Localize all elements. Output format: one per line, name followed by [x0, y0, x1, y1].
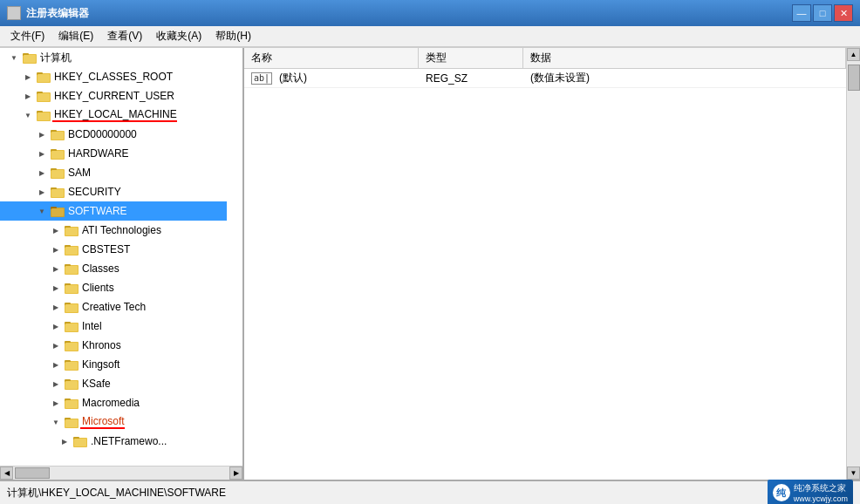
window-controls[interactable]: — □ ✕ — [792, 4, 853, 22]
h-scroll-right[interactable]: ▶ — [229, 467, 242, 480]
tree-node-local-machine[interactable]: HKEY_LOCAL_MACHINE — [0, 106, 227, 125]
folder-icon-classes-root — [37, 71, 51, 83]
expander-intel — [49, 319, 63, 333]
svg-rect-41 — [65, 304, 78, 312]
label-sam: SAM — [66, 167, 91, 179]
folder-icon-khronos — [65, 339, 78, 351]
menu-favorites[interactable]: 收藏夹(A) — [149, 27, 208, 45]
tree-node-cbstest[interactable]: CBSTEST — [0, 240, 227, 259]
close-button[interactable]: ✕ — [834, 4, 853, 22]
reg-type-icon: ab| — [251, 72, 272, 85]
table-header: 名称 类型 数据 — [244, 48, 846, 69]
cell-name: ab| (默认) — [244, 69, 419, 87]
expander-classes-root — [21, 70, 35, 84]
svg-rect-23 — [51, 189, 64, 197]
tree-node-bcd[interactable]: BCD00000000 — [0, 125, 227, 144]
expander-khronos — [49, 338, 63, 352]
svg-rect-2 — [24, 55, 36, 63]
tree-node-kingsoft[interactable]: Kingsoft — [0, 355, 227, 374]
v-scroll-up[interactable]: ▲ — [847, 48, 860, 61]
expander-kingsoft — [49, 358, 63, 371]
label-classes: Classes — [80, 262, 119, 275]
h-scroll-track[interactable] — [13, 467, 229, 480]
minimize-button[interactable]: — — [792, 4, 811, 22]
v-scrollbar[interactable]: ▲ ▼ — [846, 48, 860, 480]
folder-icon-software — [51, 205, 65, 217]
tree-node-hardware[interactable]: HARDWARE — [0, 144, 227, 163]
label-hardware: HARDWARE — [66, 147, 129, 160]
folder-icon-classes — [65, 262, 78, 275]
menu-file[interactable]: 文件(F) — [3, 27, 51, 45]
cell-name-text: (默认) — [279, 71, 307, 85]
v-scroll-track[interactable] — [847, 61, 860, 467]
label-security: SECURITY — [66, 186, 121, 198]
v-scroll-down[interactable]: ▼ — [847, 467, 860, 480]
expander-hardware — [35, 146, 49, 160]
cell-type: REG_SZ — [419, 69, 523, 87]
tree-node-classes[interactable]: Classes — [0, 259, 227, 278]
tree-scroll[interactable]: 计算机 HKEY_CLASSES_ROOT HKEY_CURRE — [0, 48, 242, 466]
v-scroll-thumb[interactable] — [848, 65, 860, 91]
tree-node-netframework[interactable]: .NETFramewo... — [0, 432, 227, 451]
tree-node-security[interactable]: SECURITY — [0, 182, 227, 201]
watermark-url: www.ycwjy.com — [794, 494, 848, 503]
label-khronos: Khronos — [80, 339, 121, 351]
tree-node-classes-root[interactable]: HKEY_CLASSES_ROOT — [0, 67, 227, 86]
svg-rect-56 — [65, 400, 78, 408]
label-computer: 计算机 — [38, 51, 72, 65]
folder-icon-security — [51, 186, 65, 198]
tree-panel: 计算机 HKEY_CLASSES_ROOT HKEY_CURRE — [0, 48, 244, 480]
col-header-type: 类型 — [419, 48, 523, 68]
tree-node-microsoft[interactable]: Microsoft — [0, 412, 227, 432]
folder-icon-cbstest — [65, 243, 78, 255]
svg-rect-59 — [65, 419, 78, 427]
folder-icon-ati — [65, 224, 78, 236]
expander-ksafe — [49, 377, 63, 391]
folder-icon-clients — [65, 282, 78, 294]
label-ati: ATI Technologies — [80, 224, 161, 236]
menu-help[interactable]: 帮助(H) — [208, 27, 258, 45]
folder-icon-computer — [23, 51, 37, 64]
label-microsoft: Microsoft — [80, 415, 125, 429]
watermark-text: 纯净系统之家 www.ycwjy.com — [794, 482, 848, 503]
menu-edit[interactable]: 编辑(E) — [51, 27, 100, 45]
folder-icon-creativetech — [65, 301, 78, 313]
svg-rect-50 — [65, 362, 78, 370]
tree-node-computer[interactable]: 计算机 — [0, 48, 227, 67]
maximize-button[interactable]: □ — [813, 4, 832, 22]
folder-icon-sam — [51, 167, 65, 179]
table-row[interactable]: ab| (默认) REG_SZ (数值未设置) — [244, 69, 846, 88]
tree-node-software[interactable]: SOFTWARE — [0, 201, 227, 221]
h-scroll-thumb[interactable] — [15, 467, 50, 479]
label-local-machine: HKEY_LOCAL_MACHINE — [52, 108, 177, 122]
tree-node-ati[interactable]: ATI Technologies — [0, 221, 227, 240]
tree-h-scrollbar[interactable]: ◀ ▶ — [0, 466, 242, 480]
h-scroll-left[interactable]: ◀ — [0, 467, 13, 480]
window-title: 注册表编辑器 — [26, 6, 89, 21]
tree-node-macromedia[interactable]: Macromedia — [0, 393, 227, 412]
cell-data: (数值未设置) — [523, 69, 846, 87]
tree-node-current-user[interactable]: HKEY_CURRENT_USER — [0, 86, 227, 106]
expander-software — [35, 204, 49, 218]
app-icon — [7, 6, 21, 20]
folder-icon-bcd — [51, 128, 65, 140]
tree-node-clients[interactable]: Clients — [0, 278, 227, 297]
title-bar-left: 注册表编辑器 — [7, 6, 89, 21]
tree-node-sam[interactable]: SAM — [0, 163, 227, 182]
svg-rect-20 — [51, 170, 64, 178]
expander-sam — [35, 166, 49, 180]
label-clients: Clients — [80, 282, 114, 294]
label-ksafe: KSafe — [80, 378, 111, 390]
expander-microsoft — [49, 415, 63, 429]
menu-view[interactable]: 查看(V) — [100, 27, 149, 45]
tree-node-intel[interactable]: Intel — [0, 317, 227, 336]
folder-icon-local-machine — [37, 109, 51, 121]
tree-node-khronos[interactable]: Khronos — [0, 336, 227, 355]
label-cbstest: CBSTEST — [80, 243, 130, 255]
tree-node-creativetech[interactable]: Creative Tech — [0, 297, 227, 317]
expander-creativetech — [49, 300, 63, 314]
svg-rect-5 — [38, 74, 50, 82]
expander-cbstest — [49, 242, 63, 256]
tree-node-ksafe[interactable]: KSafe — [0, 374, 227, 393]
svg-rect-47 — [65, 343, 78, 351]
